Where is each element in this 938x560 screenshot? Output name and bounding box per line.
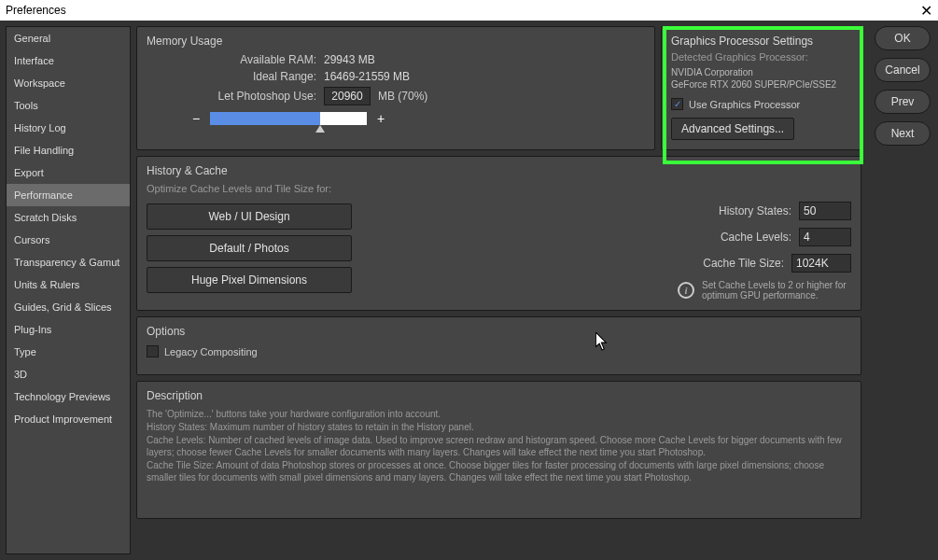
graphics-processor-group: Graphics Processor Settings Detected Gra…	[661, 26, 861, 150]
sidebar-item-3d[interactable]: 3D	[7, 363, 130, 385]
sidebar-item-technology-previews[interactable]: Technology Previews	[7, 385, 130, 408]
ideal-range-label: Ideal Range:	[147, 70, 324, 83]
sidebar-item-transparency-gamut[interactable]: Transparency & Gamut	[7, 251, 130, 273]
category-sidebar: GeneralInterfaceWorkspaceToolsHistory Lo…	[6, 26, 131, 554]
use-graphics-processor-checkbox[interactable]: ✓	[671, 98, 683, 110]
huge-pixel-dimensions-button[interactable]: Huge Pixel Dimensions	[147, 267, 352, 293]
history-states-input[interactable]	[799, 202, 851, 220]
options-title: Options	[147, 325, 851, 338]
available-ram-label: Available RAM:	[147, 53, 324, 66]
slider-plus-button[interactable]: +	[374, 111, 387, 126]
cancel-button[interactable]: Cancel	[875, 58, 931, 82]
sidebar-item-workspace[interactable]: Workspace	[7, 72, 130, 94]
memory-slider[interactable]	[210, 112, 367, 125]
memory-usage-group: Memory Usage Available RAM: 29943 MB Ide…	[136, 26, 655, 150]
description-group: Description The 'Optimize...' buttons ta…	[136, 381, 861, 519]
description-title: Description	[147, 389, 851, 402]
window-title: Preferences	[6, 4, 66, 17]
sidebar-item-general[interactable]: General	[7, 27, 130, 49]
web-ui-design-button[interactable]: Web / UI Design	[147, 203, 352, 230]
gpu-model: GeForce RTX 2060 SUPER/PCIe/SSE2	[671, 78, 851, 91]
sidebar-item-plug-ins[interactable]: Plug-Ins	[7, 318, 130, 341]
sidebar-item-export[interactable]: Export	[7, 161, 130, 184]
advanced-settings-button[interactable]: Advanced Settings...	[671, 118, 794, 140]
memory-usage-title: Memory Usage	[147, 35, 645, 48]
next-button[interactable]: Next	[875, 121, 931, 146]
default-photos-button[interactable]: Default / Photos	[147, 235, 352, 261]
titlebar: Preferences ✕	[0, 0, 938, 21]
ideal-range-value: 16469-21559 MB	[324, 70, 410, 83]
cache-tile-size-label: Cache Tile Size:	[703, 257, 784, 270]
sidebar-item-file-handling[interactable]: File Handling	[7, 139, 130, 161]
sidebar-item-tools[interactable]: Tools	[7, 94, 130, 117]
gpu-vendor: NVIDIA Corporation	[671, 66, 851, 78]
prev-button[interactable]: Prev	[875, 90, 931, 114]
cache-hint-text: Set Cache Levels to 2 or higher for opti…	[702, 280, 851, 301]
history-cache-title: History & Cache	[147, 164, 851, 177]
description-text: The 'Optimize...' buttons take your hard…	[147, 408, 851, 483]
history-states-label: History States:	[719, 204, 791, 217]
sidebar-item-history-log[interactable]: History Log	[7, 117, 130, 139]
sidebar-item-guides-grid-slices[interactable]: Guides, Grid & Slices	[7, 296, 130, 318]
use-graphics-processor-label: Use Graphics Processor	[689, 99, 800, 110]
available-ram-value: 29943 MB	[324, 53, 375, 66]
sidebar-item-type[interactable]: Type	[7, 341, 130, 363]
let-photoshop-use-suffix: MB (70%)	[378, 90, 427, 103]
legacy-compositing-label: Legacy Compositing	[164, 346, 258, 357]
sidebar-item-interface[interactable]: Interface	[7, 49, 130, 72]
sidebar-item-performance[interactable]: Performance	[7, 184, 130, 206]
slider-thumb-icon[interactable]	[315, 125, 325, 133]
cache-tile-size-input[interactable]	[791, 254, 851, 273]
sidebar-item-scratch-disks[interactable]: Scratch Disks	[7, 206, 130, 229]
history-cache-group: History & Cache Optimize Cache Levels an…	[136, 156, 861, 311]
let-photoshop-use-label: Let Photoshop Use:	[147, 90, 324, 103]
gpu-settings-title: Graphics Processor Settings	[671, 35, 851, 48]
cache-levels-input[interactable]	[799, 228, 851, 246]
legacy-compositing-checkbox[interactable]	[147, 345, 159, 357]
sidebar-item-cursors[interactable]: Cursors	[7, 229, 130, 251]
gpu-detected-label: Detected Graphics Processor:	[671, 51, 851, 63]
close-icon[interactable]: ✕	[920, 2, 932, 20]
cache-levels-label: Cache Levels:	[721, 231, 791, 244]
sidebar-item-product-improvement[interactable]: Product Improvement	[7, 408, 130, 430]
options-group: Options Legacy Compositing	[136, 316, 861, 375]
slider-minus-button[interactable]: −	[189, 111, 203, 126]
ok-button[interactable]: OK	[875, 26, 931, 50]
optimize-label: Optimize Cache Levels and Tile Size for:	[147, 183, 389, 194]
let-photoshop-use-input[interactable]	[324, 87, 371, 105]
info-icon: i	[678, 282, 694, 299]
sidebar-item-units-rulers[interactable]: Units & Rulers	[7, 273, 130, 296]
